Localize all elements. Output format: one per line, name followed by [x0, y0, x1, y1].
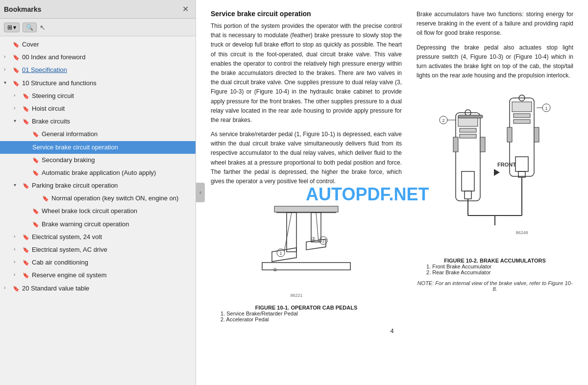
bookmark-label: Normal operation (key switch ON, engine …	[51, 194, 178, 203]
bookmark-label: Automatic brake application (Auto apply)	[42, 168, 156, 177]
bookmark-label: Wheel brake lock circuit operation	[42, 207, 137, 216]
main-content: ‹ AUTOPDF.NET Service brake circuit oper…	[196, 0, 588, 385]
expand-arrow-icon	[14, 104, 22, 112]
svg-text:2: 2	[442, 118, 444, 123]
expand-arrow-icon	[14, 117, 22, 124]
cursor-icon: ↖	[40, 24, 46, 31]
svg-line-10	[316, 213, 318, 242]
bookmark-item-20-standard[interactable]: 🔖20 Standard value table	[0, 282, 196, 295]
paragraph-2: As service brake/retarder pedal (1, Figu…	[211, 130, 402, 186]
bookmark-label: Cover	[22, 40, 39, 49]
bookmark-item-service-brake[interactable]: Service brake circuit operation	[0, 141, 196, 154]
svg-text:FRONT: FRONT	[497, 162, 516, 168]
bookmark-icon: 🔖	[23, 233, 29, 241]
bookmark-item-brake-circuits[interactable]: 🔖Brake circuits	[0, 115, 196, 128]
bookmark-icon: 🔖	[32, 168, 39, 177]
right-column: Brake accumulators have two functions: s…	[416, 10, 573, 322]
svg-text:①: ①	[273, 267, 277, 272]
expand-arrow-icon	[14, 245, 22, 253]
expand-arrow-icon	[14, 92, 22, 99]
bookmark-label: Electrical system, 24 volt	[32, 233, 102, 241]
bookmark-label: Secondary braking	[42, 156, 95, 165]
figure-1-caption: FIGURE 10-1. OPERATOR CAB PEDALS	[211, 305, 402, 311]
svg-text:1: 1	[545, 106, 547, 111]
svg-rect-17	[512, 102, 532, 112]
bookmark-icon: 🔖	[23, 104, 29, 113]
bookmark-item-parking-brake[interactable]: 🔖Parking brake circuit operation	[0, 179, 196, 192]
svg-rect-46	[458, 115, 483, 118]
paragraph-1: This portion of the system provides the …	[211, 22, 402, 125]
svg-rect-24	[534, 127, 539, 142]
svg-marker-41	[494, 169, 500, 176]
bookmark-label: Service brake circuit operation	[32, 143, 118, 152]
bookmark-item-cab-ac[interactable]: 🔖Cab air conditioning	[0, 256, 196, 269]
expand-arrow-icon	[4, 66, 12, 73]
bookmark-label: Reserve engine oil system	[32, 271, 106, 280]
bookmark-label: General information	[42, 130, 98, 139]
dropdown-arrow-icon: ▾	[13, 24, 16, 31]
svg-rect-31	[460, 134, 476, 138]
bookmark-search-icon: 🔍	[26, 24, 33, 31]
bookmark-label: Brake warning circuit operation	[42, 220, 129, 229]
bookmark-icon: 🔖	[13, 40, 20, 48]
bookmark-item-hoist[interactable]: 🔖Hoist circuit	[0, 102, 196, 115]
bookmark-icon: 🔖	[32, 156, 39, 164]
bookmark-icon: 🔖	[32, 130, 39, 138]
figure-1: ① ② 86221 1 2	[211, 194, 402, 322]
bookmark-icon: 🔖	[13, 66, 20, 74]
figure-1-image: ① ② 86221 1 2	[247, 194, 365, 302]
close-button[interactable]: ✕	[179, 4, 192, 14]
svg-text:86248: 86248	[515, 230, 528, 235]
bookmark-item-normal-op[interactable]: 🔖Normal operation (key switch ON, engine…	[0, 192, 196, 205]
figure-2-items: 1. Front Brake Accumulator 2. Rear Brake…	[426, 264, 573, 275]
figure-1-items: 1. Service Brake/Retarder Pedal 2. Accel…	[220, 311, 402, 322]
sidebar-collapse-button[interactable]: ‹	[196, 183, 205, 202]
bookmark-item-00-index[interactable]: 🔖00 Index and foreword	[0, 51, 196, 64]
svg-rect-34	[465, 191, 471, 199]
expand-arrow-icon	[33, 194, 41, 194]
bookmark-item-steering[interactable]: 🔖Steering circuit	[0, 90, 196, 102]
sidebar-header: Bookmarks ✕	[0, 0, 196, 19]
bookmark-icon: 🔖	[13, 53, 20, 61]
sidebar-toolbar: ⊞ ▾ 🔍 ↖	[0, 19, 196, 36]
bookmark-icon: 🔖	[32, 207, 39, 215]
figure-2: 1 2	[416, 88, 573, 292]
menu-icon: ⊞	[7, 24, 12, 31]
bookmark-item-brake-warning[interactable]: 🔖Brake warning circuit operation	[0, 218, 196, 231]
svg-text:2: 2	[322, 239, 324, 243]
expand-arrow-icon	[24, 207, 31, 207]
sidebar-title: Bookmarks	[4, 5, 41, 13]
page-content: Service brake circuit operation This por…	[211, 10, 573, 322]
bookmark-item-reserve-engine[interactable]: 🔖Reserve engine oil system	[0, 269, 196, 282]
bookmark-item-auto-brake[interactable]: 🔖Automatic brake application (Auto apply…	[0, 167, 196, 179]
bookmark-item-electrical-24[interactable]: 🔖Electrical system, 24 volt	[0, 231, 196, 243]
expand-arrow-icon	[24, 220, 31, 220]
figure-2-caption: FIGURE 10-2. BRAKE ACCUMULATORS	[416, 258, 573, 264]
bookmark-icon: 🔖	[42, 194, 49, 202]
toolbar-menu-button[interactable]: ⊞ ▾	[4, 23, 20, 32]
figure-note: NOTE: For an internal view of the brake …	[416, 280, 573, 292]
bookmark-item-general-info[interactable]: 🔖General information	[0, 128, 196, 141]
expand-arrow-icon	[24, 156, 31, 156]
bookmark-label: Parking brake circuit operation	[32, 181, 118, 190]
bookmark-item-secondary-braking[interactable]: 🔖Secondary braking	[0, 154, 196, 167]
svg-rect-11	[274, 206, 338, 212]
bookmark-item-01-spec[interactable]: 🔖01 Specification	[0, 64, 196, 76]
bookmark-tree: 🔖Cover🔖00 Index and foreword🔖01 Specific…	[0, 36, 196, 385]
svg-rect-33	[462, 171, 474, 191]
bookmark-item-cover[interactable]: 🔖Cover	[0, 38, 196, 51]
left-column: Service brake circuit operation This por…	[211, 10, 402, 322]
bookmark-icon: 🔖	[13, 284, 20, 292]
svg-rect-21	[515, 157, 528, 171]
svg-rect-30	[460, 128, 476, 132]
toolbar-bookmark-button[interactable]: 🔍	[23, 23, 37, 32]
svg-rect-19	[514, 120, 530, 123]
page-number: 4	[211, 322, 573, 339]
bookmark-item-10-structure[interactable]: 🔖10 Structure and functions	[0, 77, 196, 90]
svg-text:②: ②	[311, 236, 316, 241]
figure-2-image: 1 2	[426, 88, 564, 255]
bookmark-icon: 🔖	[23, 92, 29, 100]
bookmark-item-electrical-ac[interactable]: 🔖Electrical system, AC drive	[0, 243, 196, 256]
bookmark-label: Cab air conditioning	[32, 258, 88, 267]
bookmark-item-wheel-brake[interactable]: 🔖Wheel brake lock circuit operation	[0, 205, 196, 217]
